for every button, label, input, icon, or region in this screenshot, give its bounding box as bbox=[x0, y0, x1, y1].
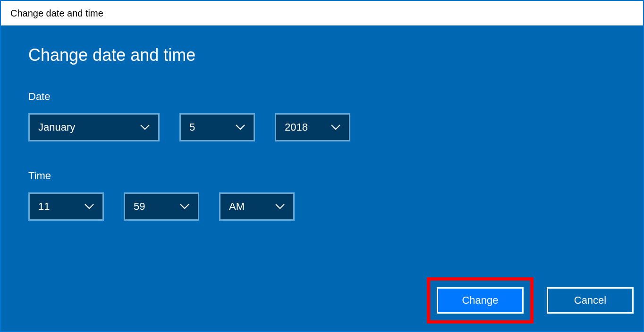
cancel-button-label: Cancel bbox=[574, 294, 606, 307]
chevron-down-icon bbox=[275, 204, 285, 209]
date-row: January 5 2018 bbox=[28, 113, 643, 141]
year-dropdown[interactable]: 2018 bbox=[275, 113, 350, 141]
minute-value: 59 bbox=[134, 200, 145, 213]
month-value: January bbox=[38, 121, 75, 133]
chevron-down-icon bbox=[180, 204, 189, 209]
cancel-button[interactable]: Cancel bbox=[547, 287, 634, 314]
time-row: 11 59 AM bbox=[28, 192, 643, 221]
ampm-dropdown[interactable]: AM bbox=[219, 192, 295, 221]
change-button[interactable]: Change bbox=[437, 287, 524, 314]
chevron-down-icon bbox=[236, 124, 245, 130]
year-value: 2018 bbox=[285, 121, 308, 133]
title-bar: Change date and time bbox=[1, 1, 643, 25]
date-label: Date bbox=[28, 91, 643, 103]
change-date-time-window: Change date and time Change date and tim… bbox=[0, 0, 644, 332]
page-heading: Change date and time bbox=[28, 45, 643, 65]
ampm-value: AM bbox=[229, 200, 245, 213]
change-button-label: Change bbox=[462, 294, 498, 307]
hour-dropdown[interactable]: 11 bbox=[28, 192, 104, 221]
day-dropdown[interactable]: 5 bbox=[179, 113, 255, 141]
highlight-annotation: Change bbox=[427, 277, 534, 324]
button-row: Change Cancel bbox=[427, 277, 634, 324]
minute-dropdown[interactable]: 59 bbox=[124, 192, 199, 221]
content-area: Change date and time Date January 5 2018 bbox=[1, 25, 643, 331]
hour-value: 11 bbox=[38, 200, 50, 213]
chevron-down-icon bbox=[85, 204, 94, 209]
chevron-down-icon bbox=[140, 124, 150, 130]
month-dropdown[interactable]: January bbox=[28, 113, 160, 141]
window-title: Change date and time bbox=[10, 8, 103, 19]
day-value: 5 bbox=[189, 121, 195, 133]
chevron-down-icon bbox=[331, 124, 340, 130]
time-label: Time bbox=[28, 170, 643, 182]
